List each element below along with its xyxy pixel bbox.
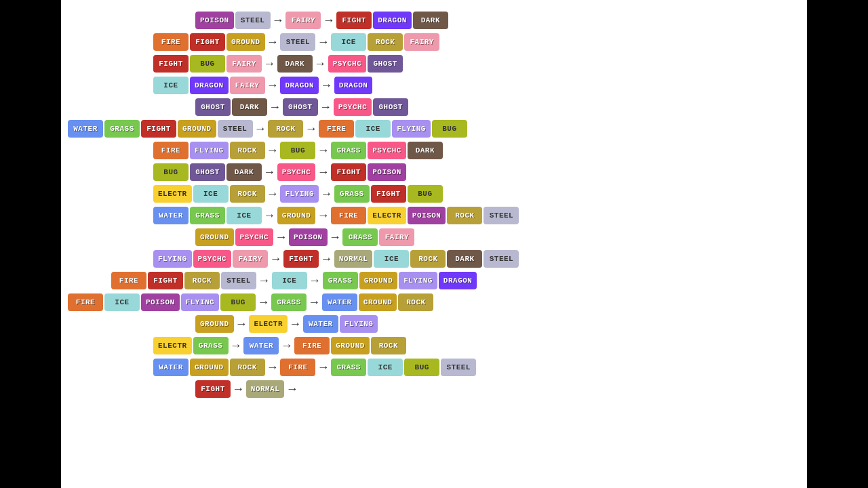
arrow: → [323,252,330,266]
type-badge-bug: BUG [280,142,315,159]
type-badge-ice: ICE [226,207,262,224]
arrow: → [269,35,277,49]
type-badge-flying: FLYING [280,185,319,203]
type-badge-fire: FIRE [331,207,366,224]
type-badge-flying: FLYING [399,272,437,289]
type-badge-steel: STEEL [484,207,519,224]
arrow: → [257,122,264,136]
arrow: → [323,187,330,201]
type-badge-fight: FIGHT [148,272,183,289]
arrow: → [266,57,273,70]
type-badge-psychc: PSYCHC [334,98,372,116]
type-badge-poison: POISON [408,207,446,224]
type-badge-ghost: GHOST [283,98,318,116]
arrow: → [269,361,277,374]
type-badge-poison: POISON [141,293,180,311]
type-badge-water: WATER [153,359,189,376]
main-content: POISONSTEEL→FAIRY→FIGHTDRAGONDARKFIREFIG… [61,0,807,488]
type-badge-fight: FIGHT [195,380,231,398]
arrow: → [271,100,279,114]
arrow: → [266,209,273,222]
table-row: GHOSTDARK→GHOST→PSYCHCGHOST [68,98,800,117]
table-row: POISONSTEEL→FAIRY→FIGHTDRAGONDARK [68,11,800,30]
type-badge-electr: ELECTR [153,185,192,203]
type-badge-fight: FIGHT [331,163,366,181]
type-badge-rock: ROCK [371,337,406,354]
type-badge-rock: ROCK [184,272,220,289]
type-badge-psychc: PSYCHC [368,142,406,159]
type-badge-rock: ROCK [230,142,265,159]
type-badge-ice: ICE [331,33,366,51]
type-badge-normal: NORMAL [334,250,373,268]
type-badge-ground: GROUND [190,359,229,376]
table-row: FIGHTBUGFAIRY→DARK→PSYCHCGHOST [68,54,800,73]
type-badge-fire: FIRE [294,337,330,354]
arrow: → [307,122,315,136]
type-badge-psychc: PSYCHC [235,228,274,246]
arrow: → [288,382,296,396]
type-badge-ground: GROUND [331,337,370,354]
type-badge-grass: GRASS [193,337,229,354]
type-badge-ice: ICE [355,120,391,138]
table-row: FIREFIGHTGROUND→STEEL→ICEROCKFAIRY [68,33,800,52]
type-badge-poison: POISON [368,163,406,181]
type-badge-ground: GROUND [195,315,234,333]
type-badge-rock: ROCK [410,250,446,268]
type-badge-bug: BUG [432,120,467,138]
type-badge-ghost: GHOST [373,98,408,116]
type-badge-steel: STEEL [280,33,315,51]
type-badge-rock: ROCK [398,293,433,311]
type-badge-dragon: DRAGON [280,77,319,94]
table-row: WATERGROUNDROCK→FIRE→GRASSICEBUGSTEEL [68,358,800,377]
type-badge-water: WATER [153,207,189,224]
type-badge-fight: FIGHT [371,185,406,203]
type-badge-ghost: GHOST [195,98,231,116]
arrow: → [319,144,327,157]
type-badge-ground: GROUND [277,207,316,224]
arrow: → [266,165,273,179]
arrow: → [319,361,327,374]
type-badge-rock: ROCK [230,359,265,376]
type-badge-fairy: FAIRY [285,12,321,29]
type-badge-fight: FIGHT [153,55,189,73]
type-badge-dragon: DRAGON [334,77,373,94]
type-badge-dark: DARK [413,12,448,29]
type-badge-flying: FLYING [181,293,220,311]
type-badge-dark: DARK [447,250,482,268]
type-badge-grass: GRASS [342,228,378,246]
type-badge-ice: ICE [368,359,403,376]
type-badge-fire: FIRE [68,293,103,311]
type-badge-water: WATER [243,337,279,354]
type-badge-psychc: PSYCHC [277,163,316,181]
rows-container: POISONSTEEL→FAIRY→FIGHTDRAGONDARKFIREFIG… [68,11,800,399]
type-badge-bug: BUG [404,359,439,376]
table-row: BUGGHOSTDARK→PSYCHC→FIGHTPOISON [68,163,800,182]
type-badge-ice: ICE [374,250,409,268]
type-badge-poison: POISON [195,12,234,29]
type-badge-rock: ROCK [447,207,482,224]
table-row: FIGHT→NORMAL→ [68,380,800,399]
type-badge-dragon: DRAGON [439,272,477,289]
type-badge-fire: FIRE [153,33,189,51]
arrow: → [292,317,299,331]
arrow: → [283,339,290,352]
type-badge-fairy: FAIRY [404,33,439,51]
type-badge-ice: ICE [272,272,307,289]
type-badge-rock: ROCK [368,33,403,51]
arrow: → [323,79,330,92]
type-badge-electr: ELECTR [368,207,406,224]
type-badge-water: WATER [303,315,338,333]
type-badge-rock: ROCK [230,185,265,203]
table-row: FIREFIGHTROCKSTEEL→ICE→GRASSGROUNDFLYING… [68,271,800,290]
table-row: FIREICEPOISONFLYINGBUG→GRASS→WATERGROUND… [68,293,800,312]
type-badge-fight: FIGHT [141,120,176,138]
type-badge-water: WATER [322,293,357,311]
type-badge-steel: STEEL [441,359,476,376]
arrow: → [269,144,277,157]
type-badge-grass: GRASS [271,293,307,311]
table-row: FIREFLYINGROCK→BUG→GRASSPSYCHCDARK [68,141,800,160]
arrow: → [311,274,319,287]
type-badge-ghost: GHOST [190,163,225,181]
arrow: → [260,274,268,287]
table-row: WATERGRASSFIGHTGROUNDSTEEL→ROCK→FIREICEF… [68,119,800,138]
